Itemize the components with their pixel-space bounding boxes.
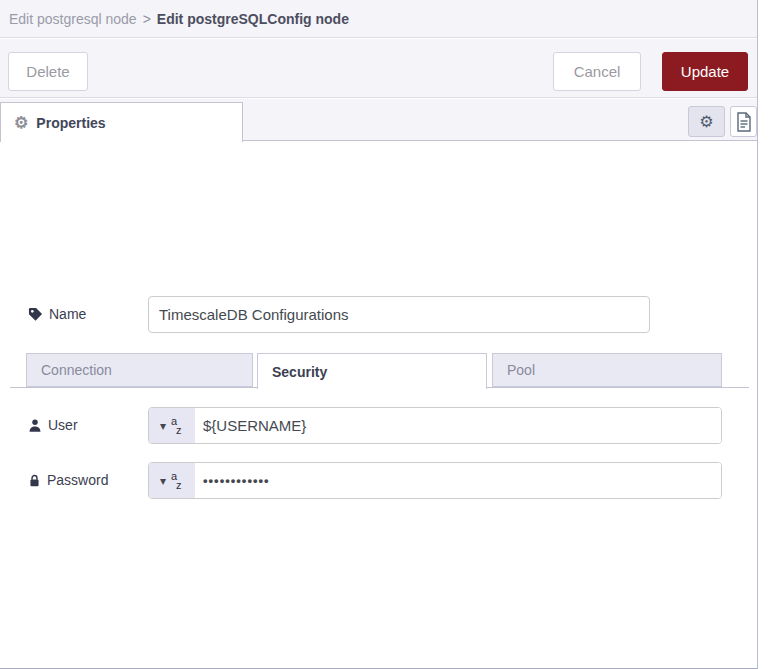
- document-icon: [736, 112, 752, 132]
- cancel-button[interactable]: Cancel: [553, 52, 641, 91]
- password-field-label: Password: [28, 472, 108, 488]
- tab-properties-label: Properties: [36, 115, 105, 131]
- delete-button[interactable]: Delete: [8, 52, 88, 91]
- tab-connection[interactable]: Connection: [26, 353, 253, 387]
- user-icon: [28, 418, 42, 433]
- breadcrumb-parent-link[interactable]: Edit postgresql node: [9, 11, 137, 27]
- node-description-button[interactable]: [730, 106, 757, 137]
- chevron-down-icon: ▾: [160, 420, 166, 432]
- user-typed-input: ▾ a z: [148, 407, 722, 444]
- name-field-label: Name: [28, 306, 86, 322]
- gear-icon: ⚙: [699, 114, 713, 130]
- tab-security[interactable]: Security: [257, 353, 487, 389]
- breadcrumb-separator: >: [143, 11, 151, 27]
- tag-icon: [28, 307, 43, 322]
- edit-config-node-panel: Edit postgresql node > Edit postgreSQLCo…: [0, 0, 758, 669]
- password-label-text: Password: [47, 472, 108, 488]
- name-label-text: Name: [49, 306, 86, 322]
- lock-icon: [28, 473, 41, 488]
- user-field-label: User: [28, 417, 78, 433]
- chevron-down-icon: ▾: [160, 475, 166, 487]
- config-tabset: Connection Security Pool: [10, 353, 749, 388]
- editor-tabbar: ⚙ Properties ⚙: [0, 99, 757, 141]
- tab-pool[interactable]: Pool: [492, 353, 722, 387]
- password-typed-input: ▾ a z: [148, 462, 722, 499]
- user-type-select-button[interactable]: ▾ a z: [149, 408, 195, 443]
- string-type-icon: a z: [170, 416, 184, 436]
- node-settings-button[interactable]: ⚙: [688, 106, 725, 137]
- string-type-icon: a z: [170, 471, 184, 491]
- user-label-text: User: [48, 417, 78, 433]
- edit-form: Name Connection Security Pool User ▾ a z: [0, 141, 757, 668]
- gear-icon: ⚙: [14, 115, 28, 131]
- breadcrumb-current: Edit postgreSQLConfig node: [157, 11, 349, 27]
- user-input[interactable]: [195, 408, 721, 443]
- button-tray: Delete Cancel Update: [0, 39, 757, 98]
- password-input[interactable]: [195, 463, 721, 498]
- update-button[interactable]: Update: [662, 52, 748, 91]
- tab-properties[interactable]: ⚙ Properties: [0, 102, 243, 142]
- password-type-select-button[interactable]: ▾ a z: [149, 463, 195, 498]
- breadcrumb: Edit postgresql node > Edit postgreSQLCo…: [0, 0, 757, 38]
- name-input[interactable]: [148, 296, 650, 333]
